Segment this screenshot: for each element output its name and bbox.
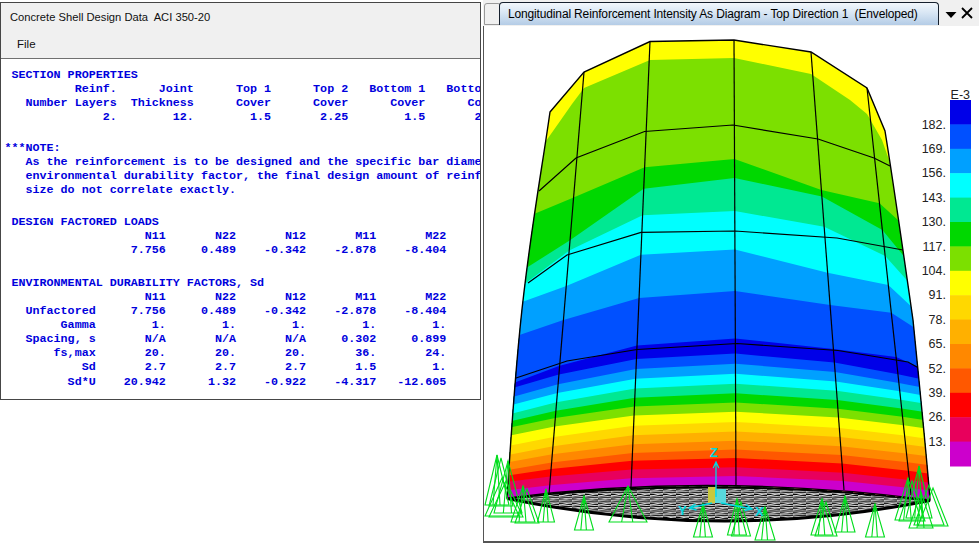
svg-text:156.: 156. — [922, 166, 946, 180]
svg-text:65.: 65. — [929, 337, 946, 351]
svg-text:182.: 182. — [922, 118, 946, 132]
svg-text:52.: 52. — [929, 362, 946, 376]
svg-text:39.: 39. — [929, 386, 946, 400]
svg-text:X: X — [755, 504, 764, 519]
svg-text:Z: Z — [710, 445, 718, 460]
svg-text:13.: 13. — [929, 435, 946, 449]
svg-text:26.: 26. — [929, 410, 946, 424]
svg-text:Y: Y — [678, 503, 687, 518]
svg-text:78.: 78. — [929, 313, 946, 327]
svg-text:E-3: E-3 — [951, 88, 971, 102]
svg-text:143.: 143. — [922, 191, 946, 205]
svg-text:91.: 91. — [929, 288, 946, 302]
svg-text:130.: 130. — [922, 215, 946, 229]
svg-text:104.: 104. — [922, 264, 946, 278]
svg-text:117.: 117. — [923, 240, 946, 254]
svg-text:169.: 169. — [922, 142, 946, 156]
